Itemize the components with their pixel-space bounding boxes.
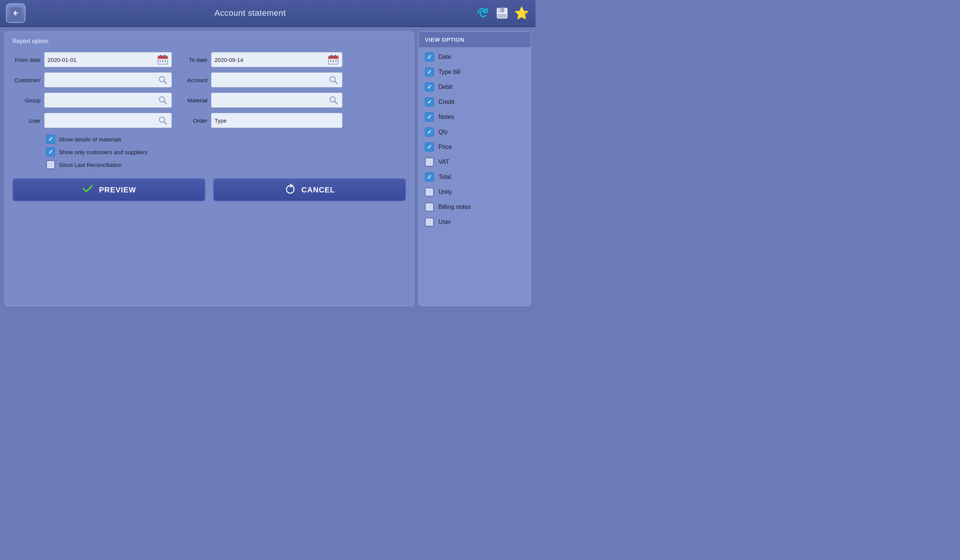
since-last-checkbox[interactable] [46, 160, 55, 169]
view-notes-checkbox[interactable] [425, 112, 434, 122]
show-customers-label: Show only customers and suppliers [59, 149, 147, 155]
view-notes-label: Notes [438, 114, 454, 120]
to-date-input[interactable] [211, 52, 342, 67]
show-customers-checkbox-row[interactable]: Show only customers and suppliers [46, 147, 406, 157]
from-date-calendar-icon[interactable] [157, 54, 168, 65]
user-input[interactable] [44, 113, 172, 128]
back-button[interactable] [6, 3, 26, 23]
account-input[interactable] [211, 72, 342, 87]
order-group: Order [179, 113, 342, 128]
preview-button[interactable]: PREVIEW [12, 178, 205, 202]
view-option-total[interactable]: Total [425, 171, 525, 183]
svg-rect-13 [328, 56, 338, 59]
view-qty-label: Qty [438, 129, 448, 135]
show-customers-checkbox[interactable] [46, 147, 55, 157]
buttons-row: PREVIEW CANCEL [12, 178, 406, 202]
view-credit-checkbox[interactable] [425, 98, 434, 107]
account-group: Account [179, 72, 342, 87]
from-date-field[interactable] [48, 57, 157, 63]
show-details-checkbox[interactable] [46, 134, 55, 144]
view-price-checkbox[interactable] [425, 142, 434, 152]
material-group: Material [179, 93, 342, 108]
view-total-checkbox[interactable] [425, 173, 434, 182]
show-details-label: Show details of materials [59, 136, 122, 142]
svg-line-26 [335, 102, 338, 104]
reload-button[interactable] [475, 5, 491, 21]
user-search-icon[interactable] [157, 114, 168, 126]
svg-line-28 [164, 122, 167, 125]
from-date-group: From date [12, 52, 172, 67]
svg-rect-3 [499, 8, 500, 12]
view-qty-checkbox[interactable] [425, 128, 434, 136]
account-label: Account [179, 77, 207, 83]
view-option-credit[interactable]: Credit [425, 96, 525, 108]
material-field[interactable] [214, 97, 328, 104]
order-input[interactable] [211, 113, 342, 128]
account-search-icon[interactable] [328, 74, 339, 86]
order-field[interactable] [214, 117, 339, 124]
view-unity-label: Unity [438, 189, 452, 195]
view-debit-checkbox[interactable] [425, 83, 434, 91]
view-option-notes[interactable]: Notes [425, 111, 525, 123]
since-last-checkbox-row[interactable]: Since Last Reconciliation [46, 160, 406, 169]
svg-rect-15 [334, 55, 336, 58]
checkboxes-section: Show details of materials Show only cust… [46, 134, 406, 169]
from-date-input[interactable] [44, 52, 172, 67]
view-billing-notes-label: Billing notes [438, 204, 470, 210]
view-type-bill-checkbox[interactable] [425, 67, 434, 77]
view-vat-checkbox[interactable] [425, 158, 434, 166]
view-option-qty[interactable]: Qty [425, 126, 525, 138]
group-input[interactable] [44, 93, 172, 108]
view-unity-checkbox[interactable] [425, 187, 434, 197]
view-date-checkbox[interactable] [425, 53, 434, 61]
view-option-user[interactable]: User [425, 216, 525, 228]
view-type-bill-label: Type bill [438, 69, 461, 75]
cancel-arrow-icon [284, 182, 296, 197]
customer-input[interactable] [44, 72, 172, 87]
svg-rect-14 [331, 55, 332, 58]
page-title: Account statement [26, 8, 475, 18]
customer-account-row: Customer/ Account [12, 72, 406, 87]
svg-line-24 [164, 102, 167, 104]
view-option-date[interactable]: Date [425, 51, 525, 63]
material-search-icon[interactable] [328, 94, 339, 106]
material-input[interactable] [211, 93, 342, 108]
group-search-icon[interactable] [157, 94, 168, 106]
view-option-debit[interactable]: Debit [425, 81, 525, 93]
cancel-button[interactable]: CANCEL [213, 178, 406, 202]
date-row: From date [12, 52, 406, 67]
svg-rect-4 [498, 14, 507, 18]
view-user-label: User [438, 219, 451, 226]
customer-label: Customer/ [12, 77, 40, 83]
show-details-checkbox-row[interactable]: Show details of materials [46, 134, 406, 144]
view-billing-notes-checkbox[interactable] [425, 203, 434, 211]
favorite-button[interactable]: ⭐ [514, 5, 530, 21]
group-field[interactable] [48, 97, 157, 104]
view-credit-label: Credit [438, 99, 454, 106]
group-group: Group [12, 93, 172, 108]
view-total-label: Total [438, 174, 451, 181]
customer-field[interactable] [48, 77, 157, 83]
view-option-price[interactable]: Price [425, 141, 525, 153]
svg-rect-8 [164, 55, 165, 58]
view-user-checkbox[interactable] [425, 218, 434, 227]
group-label: Group [12, 97, 40, 104]
svg-line-22 [335, 82, 338, 84]
view-date-label: Date [438, 54, 451, 61]
svg-rect-16 [330, 61, 331, 62]
user-label: User [12, 117, 40, 124]
user-field[interactable] [48, 117, 157, 124]
view-option-vat[interactable]: VAT [425, 156, 525, 168]
to-date-label: To date [179, 57, 207, 63]
save-button[interactable] [494, 5, 510, 21]
to-date-field[interactable] [214, 57, 328, 63]
view-option-type-bill[interactable]: Type bill [425, 66, 525, 78]
to-date-calendar-icon[interactable] [328, 54, 339, 65]
view-option-billing-notes[interactable]: Billing notes [425, 201, 525, 213]
header: Account statement ⭐ [0, 0, 536, 27]
account-field[interactable] [214, 77, 328, 83]
cancel-label: CANCEL [301, 186, 335, 194]
view-option-unity[interactable]: Unity [425, 186, 525, 198]
to-date-group: To date [179, 52, 342, 67]
customer-search-icon[interactable] [157, 74, 168, 86]
